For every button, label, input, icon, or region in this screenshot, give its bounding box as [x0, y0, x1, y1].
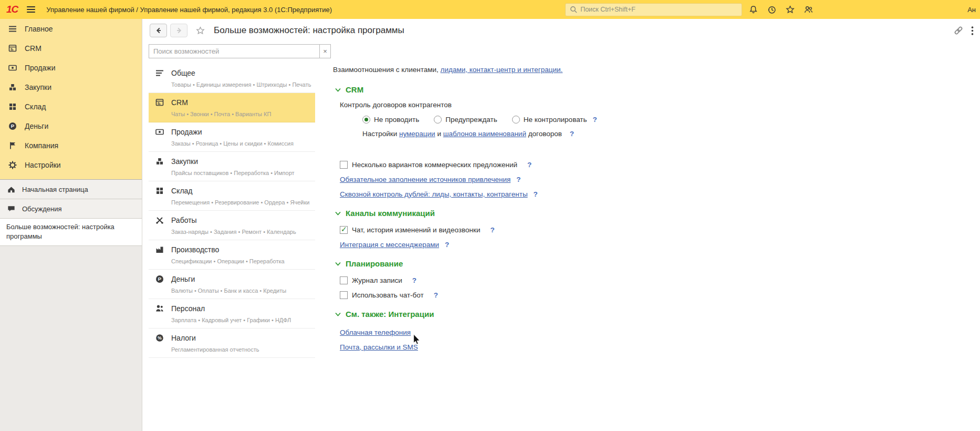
- chevron-down-icon: [335, 312, 341, 316]
- get-link-button[interactable]: [953, 25, 964, 36]
- sales-icon: [155, 127, 164, 137]
- category-list: Общее Товары • Единицы измерения • Штрих…: [149, 64, 315, 358]
- main-menu-button[interactable]: [23, 2, 39, 17]
- discussions-label: Обсуждения: [22, 205, 62, 213]
- settings-content: Взаимоотношения с клиентами, лидами, кон…: [332, 42, 980, 431]
- checkbox-commercial-offers[interactable]: Несколько вариантов коммерческих предлож…: [340, 159, 967, 170]
- radio-ne-provodit[interactable]: Не проводить: [362, 116, 419, 124]
- help-icon[interactable]: ?: [593, 116, 597, 124]
- checkbox-journal[interactable]: Журнал записи ?: [340, 275, 967, 285]
- sidebar-item-nastroyki[interactable]: Настройки: [0, 155, 142, 175]
- sidebar-item-dengi[interactable]: Р Деньги: [0, 116, 142, 136]
- checkbox-chat-history[interactable]: Чат, история изменений и видеозвонки ?: [340, 224, 967, 235]
- help-icon[interactable]: ?: [516, 176, 520, 183]
- intro-text: Взаимоотношения с клиентами,: [333, 66, 439, 74]
- section-header-planning[interactable]: Планирование: [335, 259, 967, 268]
- home-page-button[interactable]: Начальная страница: [0, 179, 142, 199]
- money-icon: Р: [155, 274, 164, 284]
- numbering-link[interactable]: нумерации: [399, 130, 435, 138]
- section-header-crm[interactable]: CRM: [335, 85, 967, 94]
- duplicates-control-link[interactable]: Сквозной контроль дублей: лиды, контакты…: [340, 190, 528, 198]
- telephony-link-row: Облачная телефония: [340, 327, 967, 337]
- main-area: Больше возможностей: настройка программы…: [142, 19, 980, 431]
- duplicates-link-row: Сквозной контроль дублей: лиды, контакты…: [340, 189, 967, 199]
- open-window-tab[interactable]: Больше возможностей: настройка программы: [0, 218, 142, 246]
- users-icon: [804, 5, 814, 15]
- category-sublabel: Зарплата • Кадровый учет • Графики • НДФ…: [171, 317, 315, 324]
- radio-selected-icon: [362, 116, 370, 124]
- radio-ne-kontrolirovat[interactable]: Не контролировать: [512, 116, 587, 124]
- category-item-crm[interactable]: CRM Чаты • Звонки • Почта • Варианты КП: [149, 93, 315, 122]
- app-title: Управление нашей фирмой / Управление наш…: [46, 6, 565, 14]
- category-item-proizvodstvo[interactable]: Производство Спецификации • Операции • П…: [149, 240, 315, 270]
- category-item-zakupki[interactable]: Закупки Прайсы поставщиков • Переработка…: [149, 152, 315, 181]
- bell-icon: [748, 5, 758, 15]
- category-item-sklad[interactable]: Склад Перемещения • Резервирование • Орд…: [149, 181, 315, 211]
- sidebar-item-label: Главное: [25, 25, 53, 33]
- discussions-button[interactable]: Обсуждения: [0, 199, 142, 218]
- sidebar-item-glavnoe[interactable]: Главное: [0, 19, 142, 38]
- feature-search-input[interactable]: [149, 44, 320, 58]
- app-logo[interactable]: 1С: [6, 4, 18, 15]
- global-search-input[interactable]: [580, 6, 738, 13]
- help-icon[interactable]: ?: [490, 226, 494, 234]
- category-item-prodazhi[interactable]: Продажи Заказы • Розница • Цены и скидки…: [149, 122, 315, 152]
- category-label: Закупки: [171, 157, 198, 166]
- cloud-telephony-link[interactable]: Облачная телефония: [340, 329, 411, 336]
- users-button[interactable]: [800, 2, 816, 17]
- section-header-channels[interactable]: Каналы коммуникаций: [335, 209, 967, 218]
- sidebar-item-label: Деньги: [25, 122, 48, 130]
- category-sublabel: Товары • Единицы измерения • Штрихкоды •…: [171, 81, 315, 88]
- clear-search-button[interactable]: ×: [320, 44, 331, 58]
- svg-text:Р: Р: [158, 276, 162, 282]
- sections-panel: Главное CRM Продажи Закупки Склад Р День…: [0, 19, 142, 431]
- more-menu-button[interactable]: [971, 26, 974, 35]
- naming-templates-link[interactable]: шаблонов наименований: [443, 130, 526, 138]
- sidebar-item-kompaniya[interactable]: Компания: [0, 136, 142, 155]
- sidebar-item-label: Закупки: [25, 83, 51, 91]
- category-item-personal[interactable]: Персонал Зарплата • Кадровый учет • Граф…: [149, 299, 315, 329]
- chevron-down-icon: [335, 262, 341, 266]
- history-button[interactable]: [764, 2, 779, 17]
- category-item-obschee[interactable]: Общее Товары • Единицы измерения • Штрих…: [149, 64, 315, 93]
- sidebar-item-sklad[interactable]: Склад: [0, 97, 142, 116]
- category-label: Продажи: [171, 128, 202, 136]
- category-item-nalogi[interactable]: % Налоги Регламентированная отчетность: [149, 329, 315, 358]
- forward-button[interactable]: [170, 24, 187, 37]
- works-tools-icon: [155, 216, 164, 225]
- help-icon[interactable]: ?: [534, 190, 538, 198]
- messengers-integration-link[interactable]: Интеграция с мессенджерами: [340, 241, 439, 249]
- intro-link[interactable]: лидами, контакт-центр и интеграции.: [441, 66, 563, 74]
- favorites-button[interactable]: [782, 2, 798, 17]
- section-header-see-also[interactable]: См. также: Интеграции: [335, 310, 967, 319]
- category-sublabel: Заказы • Розница • Цены и скидки • Комис…: [171, 140, 315, 147]
- help-icon[interactable]: ?: [412, 276, 416, 284]
- sidebar-item-zakupki[interactable]: Закупки: [0, 77, 142, 97]
- radio-preduprezhdat[interactable]: Предупреждать: [434, 116, 497, 124]
- help-icon[interactable]: ?: [445, 241, 449, 249]
- topbar-icons: [745, 2, 816, 17]
- warehouse-icon: [155, 186, 164, 196]
- sidebar-item-crm[interactable]: CRM: [0, 38, 142, 58]
- notifications-button[interactable]: [745, 2, 761, 17]
- mail-link-row: Почта, рассылки и SMS: [340, 342, 967, 352]
- taxes-icon: %: [155, 333, 164, 343]
- help-icon[interactable]: ?: [570, 130, 574, 138]
- vertical-dots-icon: [971, 26, 974, 35]
- checkbox-chatbot[interactable]: Использовать чат-бот ?: [340, 290, 967, 300]
- category-item-dengi[interactable]: Р Деньги Валюты • Оплаты • Банк и касса …: [149, 270, 315, 299]
- radio-icon: [512, 116, 520, 124]
- favorite-page-button[interactable]: [195, 26, 205, 36]
- category-item-raboty[interactable]: Работы Заказ-наряды • Задания • Ремонт •…: [149, 211, 315, 240]
- attraction-sources-link[interactable]: Обязательное заполнение источников привл…: [340, 176, 510, 183]
- back-button[interactable]: [150, 24, 167, 37]
- global-search[interactable]: [565, 3, 742, 16]
- help-icon[interactable]: ?: [434, 291, 438, 299]
- current-user[interactable]: Ан: [967, 6, 976, 14]
- production-factory-icon: [155, 245, 164, 254]
- help-icon[interactable]: ?: [527, 161, 531, 169]
- category-label: Налоги: [171, 334, 196, 342]
- sidebar-item-prodazhi[interactable]: Продажи: [0, 58, 142, 77]
- mail-sms-link[interactable]: Почта, рассылки и SMS: [340, 343, 418, 351]
- chevron-down-icon: [335, 211, 341, 216]
